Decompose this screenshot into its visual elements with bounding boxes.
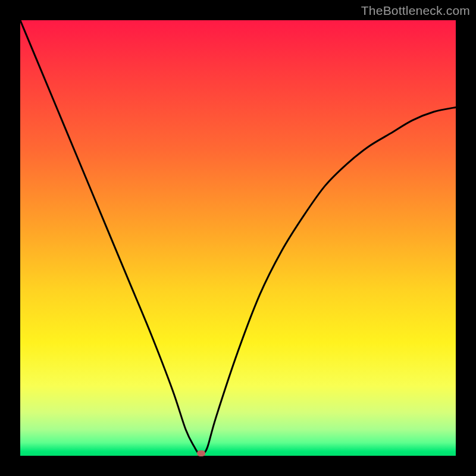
watermark-text: TheBottleneck.com	[361, 4, 470, 18]
min-marker	[197, 450, 205, 456]
bottleneck-curve	[20, 20, 456, 456]
chart-plot-area	[20, 20, 456, 456]
chart-frame: TheBottleneck.com	[0, 0, 476, 476]
curve-path	[20, 20, 456, 455]
